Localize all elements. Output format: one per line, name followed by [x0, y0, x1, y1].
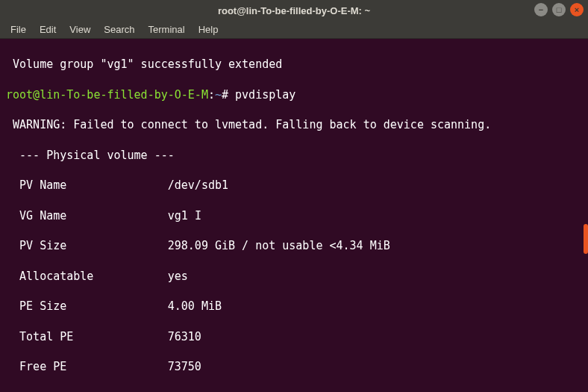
window-title: root@lin-To-be-filled-by-O-E-M: ~: [218, 5, 370, 16]
warning-line: WARNING: Failed to connect to lvmetad. F…: [6, 117, 582, 132]
menubar: File Edit View Search Terminal Help: [0, 21, 588, 39]
prompt-line: root@lin-To-be-filled-by-O-E-M:~# pvdisp…: [6, 87, 582, 102]
window-controls: − □ ×: [534, 3, 584, 16]
maximize-button[interactable]: □: [552, 3, 566, 16]
pv1-pesize: PE Size 4.00 MiB: [6, 299, 582, 314]
menu-terminal[interactable]: Terminal: [143, 22, 191, 37]
text-cursor-icon: I: [195, 208, 201, 223]
minimize-button[interactable]: −: [534, 3, 548, 16]
pv1-vg: VG Name vg1 I: [6, 208, 582, 223]
output-line: Volume group "vg1" successfully extended: [6, 57, 582, 72]
terminal-output[interactable]: Volume group "vg1" successfully extended…: [0, 39, 588, 392]
scrollbar-thumb[interactable]: [584, 224, 588, 254]
close-button[interactable]: ×: [570, 3, 584, 16]
pv1-totalpe: Total PE 76310: [6, 329, 582, 344]
prompt-userhost: root@lin-To-be-filled-by-O-E-M: [6, 88, 208, 102]
prompt-sigil: #: [222, 88, 228, 102]
pv1-name: PV Name /dev/sdb1: [6, 178, 582, 193]
menu-file[interactable]: File: [4, 22, 32, 37]
prompt-sep: :: [208, 88, 215, 102]
pv1-freepe: Free PE 73750: [6, 359, 582, 374]
command-typed: pvdisplay: [235, 88, 295, 102]
menu-view[interactable]: View: [63, 22, 96, 37]
menu-edit[interactable]: Edit: [34, 22, 62, 37]
menu-search[interactable]: Search: [98, 22, 140, 37]
titlebar: root@lin-To-be-filled-by-O-E-M: ~ − □ ×: [0, 0, 588, 21]
menu-help[interactable]: Help: [193, 22, 225, 37]
pv1-size: PV Size 298.09 GiB / not usable <4.34 Mi…: [6, 238, 582, 253]
pv1-alloc: Allocatable yes: [6, 269, 582, 284]
pv-header: --- Physical volume ---: [6, 148, 582, 163]
prompt-path: ~: [215, 88, 222, 102]
